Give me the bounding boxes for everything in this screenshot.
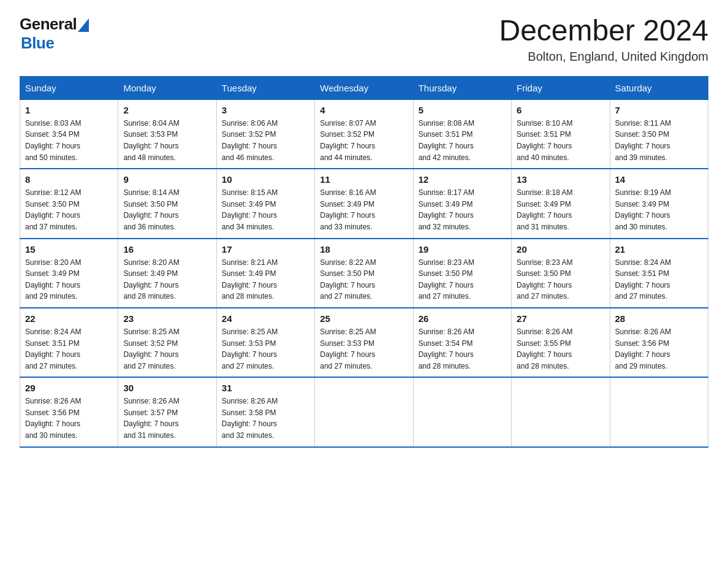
calendar-cell: 22Sunrise: 8:24 AMSunset: 3:51 PMDayligh… [20,308,118,377]
calendar-cell: 30Sunrise: 8:26 AMSunset: 3:57 PMDayligh… [118,377,216,446]
day-info: Sunrise: 8:25 AMSunset: 3:53 PMDaylight:… [320,326,408,372]
day-info: Sunrise: 8:26 AMSunset: 3:55 PMDaylight:… [517,326,604,372]
logo: General Blue [20,15,89,53]
header-row: Sunday Monday Tuesday Wednesday Thursday… [20,76,708,99]
calendar-week-row: 1Sunrise: 8:03 AMSunset: 3:54 PMDaylight… [20,99,708,169]
day-number: 29 [25,383,113,393]
col-tuesday: Tuesday [216,76,314,99]
calendar-cell: 27Sunrise: 8:26 AMSunset: 3:55 PMDayligh… [512,308,610,377]
day-number: 4 [320,105,408,115]
day-info: Sunrise: 8:24 AMSunset: 3:51 PMDaylight:… [25,326,113,372]
day-number: 21 [615,244,703,255]
day-info: Sunrise: 8:11 AMSunset: 3:50 PMDaylight:… [615,118,703,163]
calendar-week-row: 29Sunrise: 8:26 AMSunset: 3:56 PMDayligh… [20,377,708,446]
day-info: Sunrise: 8:21 AMSunset: 3:49 PMDaylight:… [222,257,309,302]
day-number: 14 [615,174,703,185]
day-number: 28 [615,313,703,324]
day-number: 11 [320,174,408,185]
calendar-cell: 8Sunrise: 8:12 AMSunset: 3:50 PMDaylight… [20,169,118,238]
calendar-table: Sunday Monday Tuesday Wednesday Thursday… [20,76,708,448]
day-info: Sunrise: 8:03 AMSunset: 3:54 PMDaylight:… [25,118,113,163]
calendar-cell: 1Sunrise: 8:03 AMSunset: 3:54 PMDaylight… [20,99,118,169]
logo-arrow-icon [78,18,89,32]
page-header: General Blue December 2024 Bolton, Engla… [20,15,708,64]
day-info: Sunrise: 8:07 AMSunset: 3:52 PMDaylight:… [320,118,408,163]
calendar-cell: 2Sunrise: 8:04 AMSunset: 3:53 PMDaylight… [118,99,216,169]
day-info: Sunrise: 8:08 AMSunset: 3:51 PMDaylight:… [419,118,506,163]
calendar-cell: 9Sunrise: 8:14 AMSunset: 3:50 PMDaylight… [118,169,216,238]
calendar-cell [413,377,511,446]
day-number: 2 [123,105,211,115]
day-info: Sunrise: 8:15 AMSunset: 3:49 PMDaylight:… [222,187,309,232]
day-info: Sunrise: 8:10 AMSunset: 3:51 PMDaylight:… [517,118,604,163]
day-number: 26 [419,313,506,324]
calendar-week-row: 22Sunrise: 8:24 AMSunset: 3:51 PMDayligh… [20,308,708,377]
col-thursday: Thursday [413,76,511,99]
day-info: Sunrise: 8:23 AMSunset: 3:50 PMDaylight:… [517,257,604,302]
day-info: Sunrise: 8:14 AMSunset: 3:50 PMDaylight:… [123,187,211,232]
logo-blue-text: Blue [21,34,54,53]
calendar-cell: 15Sunrise: 8:20 AMSunset: 3:49 PMDayligh… [20,239,118,308]
day-number: 23 [123,313,211,324]
day-number: 24 [222,313,309,324]
calendar-cell [512,377,610,446]
day-number: 30 [123,383,211,393]
day-number: 17 [222,244,309,255]
day-number: 7 [615,105,703,115]
day-info: Sunrise: 8:24 AMSunset: 3:51 PMDaylight:… [615,257,703,302]
day-info: Sunrise: 8:23 AMSunset: 3:50 PMDaylight:… [419,257,506,302]
calendar-cell: 20Sunrise: 8:23 AMSunset: 3:50 PMDayligh… [512,239,610,308]
col-sunday: Sunday [20,76,118,99]
day-info: Sunrise: 8:12 AMSunset: 3:50 PMDaylight:… [25,187,113,232]
calendar-week-row: 8Sunrise: 8:12 AMSunset: 3:50 PMDaylight… [20,169,708,238]
calendar-cell: 11Sunrise: 8:16 AMSunset: 3:49 PMDayligh… [315,169,413,238]
calendar-cell: 17Sunrise: 8:21 AMSunset: 3:49 PMDayligh… [216,239,314,308]
day-info: Sunrise: 8:26 AMSunset: 3:57 PMDaylight:… [123,396,211,441]
day-number: 6 [517,105,604,115]
day-number: 5 [419,105,506,115]
day-info: Sunrise: 8:04 AMSunset: 3:53 PMDaylight:… [123,118,211,163]
calendar-cell: 18Sunrise: 8:22 AMSunset: 3:50 PMDayligh… [315,239,413,308]
calendar-cell: 28Sunrise: 8:26 AMSunset: 3:56 PMDayligh… [610,308,708,377]
day-number: 27 [517,313,604,324]
calendar-week-row: 15Sunrise: 8:20 AMSunset: 3:49 PMDayligh… [20,239,708,308]
day-info: Sunrise: 8:26 AMSunset: 3:54 PMDaylight:… [419,326,506,372]
calendar-cell: 16Sunrise: 8:20 AMSunset: 3:49 PMDayligh… [118,239,216,308]
day-info: Sunrise: 8:22 AMSunset: 3:50 PMDaylight:… [320,257,408,302]
day-number: 19 [419,244,506,255]
location-subtitle: Bolton, England, United Kingdom [499,50,708,64]
col-wednesday: Wednesday [315,76,413,99]
calendar-header: Sunday Monday Tuesday Wednesday Thursday… [20,76,708,99]
day-number: 22 [25,313,113,324]
calendar-cell: 7Sunrise: 8:11 AMSunset: 3:50 PMDaylight… [610,99,708,169]
day-info: Sunrise: 8:19 AMSunset: 3:49 PMDaylight:… [615,187,703,232]
day-number: 3 [222,105,309,115]
day-number: 15 [25,244,113,255]
calendar-cell: 4Sunrise: 8:07 AMSunset: 3:52 PMDaylight… [315,99,413,169]
day-number: 13 [517,174,604,185]
day-info: Sunrise: 8:18 AMSunset: 3:49 PMDaylight:… [517,187,604,232]
day-info: Sunrise: 8:25 AMSunset: 3:53 PMDaylight:… [222,326,309,372]
calendar-cell [315,377,413,446]
day-info: Sunrise: 8:16 AMSunset: 3:49 PMDaylight:… [320,187,408,232]
calendar-cell: 14Sunrise: 8:19 AMSunset: 3:49 PMDayligh… [610,169,708,238]
calendar-body: 1Sunrise: 8:03 AMSunset: 3:54 PMDaylight… [20,99,708,446]
day-number: 9 [123,174,211,185]
day-number: 25 [320,313,408,324]
day-number: 16 [123,244,211,255]
calendar-cell: 29Sunrise: 8:26 AMSunset: 3:56 PMDayligh… [20,377,118,446]
calendar-cell: 26Sunrise: 8:26 AMSunset: 3:54 PMDayligh… [413,308,511,377]
calendar-cell: 23Sunrise: 8:25 AMSunset: 3:52 PMDayligh… [118,308,216,377]
day-info: Sunrise: 8:17 AMSunset: 3:49 PMDaylight:… [419,187,506,232]
day-info: Sunrise: 8:20 AMSunset: 3:49 PMDaylight:… [25,257,113,302]
calendar-cell: 5Sunrise: 8:08 AMSunset: 3:51 PMDaylight… [413,99,511,169]
day-info: Sunrise: 8:06 AMSunset: 3:52 PMDaylight:… [222,118,309,163]
calendar-cell: 3Sunrise: 8:06 AMSunset: 3:52 PMDaylight… [216,99,314,169]
day-number: 18 [320,244,408,255]
calendar-cell: 19Sunrise: 8:23 AMSunset: 3:50 PMDayligh… [413,239,511,308]
day-number: 8 [25,174,113,185]
title-section: December 2024 Bolton, England, United Ki… [499,15,708,64]
day-number: 31 [222,383,309,393]
day-number: 12 [419,174,506,185]
col-monday: Monday [118,76,216,99]
